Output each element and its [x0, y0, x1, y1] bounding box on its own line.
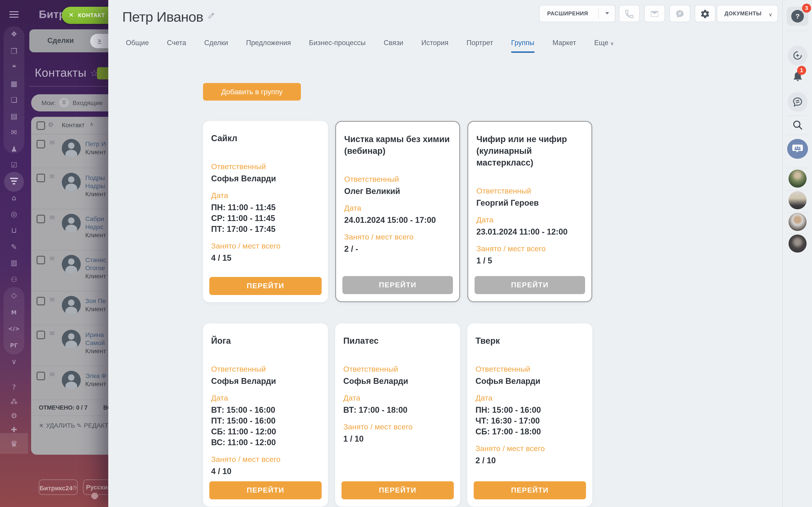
chat-transfer-button[interactable] [670, 5, 690, 22]
search-button[interactable] [792, 119, 803, 132]
contact-row[interactable]: ≡ Петр И Клиент [31, 134, 108, 168]
documents-icon[interactable]: ❏ [0, 96, 28, 104]
tab-istoriya[interactable]: История [421, 39, 448, 47]
tab-scheta[interactable]: Счета [167, 39, 186, 47]
contact-row[interactable]: ≡ Элка Ф Клиент [31, 366, 108, 400]
go-button-disabled[interactable]: ПЕРЕЙТИ [475, 276, 585, 294]
mail-icon[interactable]: ✉ [0, 128, 28, 137]
tab-predlozheniya[interactable]: Предложения [246, 39, 291, 47]
esign-icon[interactable]: ✎ [0, 243, 28, 251]
contact-name[interactable]: Ирина [85, 331, 108, 339]
tab-market[interactable]: Маркет [553, 39, 576, 47]
chevron-down-icon[interactable]: ∨ [0, 358, 28, 366]
open-lines-button[interactable] [788, 92, 808, 112]
add-plus-icon[interactable]: ✚ [0, 426, 28, 434]
row-checkbox[interactable] [37, 215, 45, 223]
contact-name[interactable]: Станис [85, 256, 108, 264]
tab-esche[interactable]: Еще∨ [594, 39, 614, 47]
row-menu-icon[interactable]: ≡ [49, 370, 55, 379]
copilot-button[interactable] [788, 46, 808, 65]
tab-sdelki[interactable]: Сделки [204, 39, 228, 47]
go-button[interactable]: ПЕРЕЙТИ [474, 481, 586, 499]
contact-row[interactable]: ≡ Подры Надры Клиент [31, 168, 108, 209]
printer-icon[interactable] [90, 492, 99, 501]
go-button[interactable]: ПЕРЕЙТИ [209, 277, 322, 295]
go-button-disabled[interactable]: ПЕРЕЙТИ [342, 276, 453, 294]
documents-button[interactable]: ДОКУМЕНТЫ ∨ [717, 5, 778, 22]
call-button[interactable] [619, 5, 640, 22]
contact-row[interactable]: ≡ Зоя Пе Клиент [31, 291, 108, 325]
contacts-filter-bar[interactable]: Мои: 0 Входящие [31, 94, 108, 111]
row-menu-icon[interactable]: ≡ [49, 329, 55, 337]
employees-icon[interactable]: ♟ [0, 145, 28, 153]
tab-portret[interactable]: Портрет [466, 39, 493, 47]
tab-biznes-processy[interactable]: Бизнес-процессы [309, 39, 366, 47]
robot-icon[interactable]: ⚇ [0, 276, 28, 284]
workgroup-icon[interactable]: РГ [0, 341, 28, 350]
help-icon[interactable]: ? [0, 383, 28, 392]
contact-name[interactable]: Подры [85, 174, 108, 182]
tab-gruppy-active[interactable]: Группы [511, 39, 534, 47]
edit-action[interactable]: ✎РЕДАКТИРОВАТЬ [77, 422, 108, 429]
row-checkbox[interactable] [37, 297, 45, 305]
delete-action[interactable]: ✕УДАЛИТЬ [39, 422, 75, 429]
code-icon[interactable]: </> [0, 325, 28, 333]
crown-icon[interactable]: ♛ [0, 440, 28, 448]
kanban-icon[interactable]: ❖ [0, 30, 28, 38]
column-header-contact[interactable]: Контакт [62, 121, 84, 128]
target-icon[interactable]: ◎ [0, 210, 28, 218]
row-checkbox[interactable] [37, 372, 45, 380]
contact-name[interactable]: Петр И [85, 140, 108, 148]
market-icon[interactable]: ⌂ [0, 194, 28, 202]
row-menu-icon[interactable]: ≡ [49, 295, 55, 303]
select-all-checkbox[interactable] [37, 121, 45, 130]
row-menu-icon[interactable]: ≡ [49, 213, 55, 221]
user-avatar[interactable] [789, 213, 807, 231]
row-checkbox[interactable] [37, 256, 45, 264]
sites-icon[interactable]: ❒ [0, 47, 28, 55]
deals-export-button[interactable] [90, 34, 108, 48]
row-checkbox[interactable] [37, 140, 45, 149]
contact-name[interactable]: Зоя Пе [85, 297, 108, 305]
contact-name[interactable]: Сабри [85, 215, 108, 223]
go-button[interactable]: ПЕРЕЙТИ [209, 481, 322, 499]
go-button[interactable]: ПЕРЕЙТИ [342, 481, 454, 499]
help-button[interactable]: ? 3 [787, 7, 808, 26]
bitrix-footer-button[interactable]: Битрикс24◷ [39, 480, 77, 495]
user-avatar[interactable] [789, 191, 807, 209]
edit-title-icon[interactable] [208, 6, 215, 22]
tab-obschie[interactable]: Общие [126, 39, 149, 47]
close-slider-icon[interactable]: ✕ [69, 11, 74, 18]
contact-name[interactable]: Элка Ф [85, 372, 108, 380]
cube-icon[interactable]: ◇ [0, 291, 28, 299]
shop-cart-icon[interactable]: ⊔ [0, 226, 28, 235]
contact-card-icon[interactable]: ▥ [0, 259, 28, 267]
row-menu-icon[interactable]: ≡ [49, 138, 55, 147]
row-checkbox[interactable] [37, 174, 45, 182]
settings-icon[interactable]: ⚙ [0, 412, 28, 420]
share-icon[interactable]: ⁂ [0, 398, 28, 406]
crm-filter-icon-active[interactable] [0, 178, 28, 186]
row-menu-icon[interactable]: ≡ [49, 172, 55, 180]
group-chat-button[interactable] [787, 139, 808, 159]
add-contact-button-clipped[interactable] [97, 67, 108, 79]
m-logo-icon[interactable]: M [0, 308, 28, 317]
row-menu-icon[interactable]: ≡ [49, 254, 55, 263]
messenger-icon[interactable]: ❝ [0, 64, 28, 72]
grid-settings-icon[interactable]: ⚙ [48, 121, 53, 128]
add-to-group-button[interactable]: Добавить в группу [203, 83, 301, 101]
user-avatar[interactable] [789, 235, 807, 252]
contact-row[interactable]: ≡ Станис Огогое Клиент [31, 250, 108, 291]
tab-svyazi[interactable]: Связи [384, 39, 403, 47]
user-avatar[interactable] [789, 170, 807, 188]
contact-row[interactable]: ≡ Сабри Недос Клиент [31, 209, 108, 250]
email-button[interactable] [644, 5, 665, 22]
drive-icon[interactable]: ▤ [0, 112, 28, 120]
tasks-icon[interactable]: ☑ [0, 161, 28, 169]
extensions-button[interactable]: РАСШИРЕНИЯ [539, 5, 615, 22]
settings-button[interactable] [695, 5, 715, 22]
calendar-icon[interactable]: ▦ [0, 80, 28, 88]
slider-entity-badge[interactable]: ✕ КОНТАКТ [62, 7, 108, 24]
contact-row[interactable]: ≡ Ирина Самой Клиент [31, 325, 108, 366]
row-checkbox[interactable] [37, 331, 45, 339]
